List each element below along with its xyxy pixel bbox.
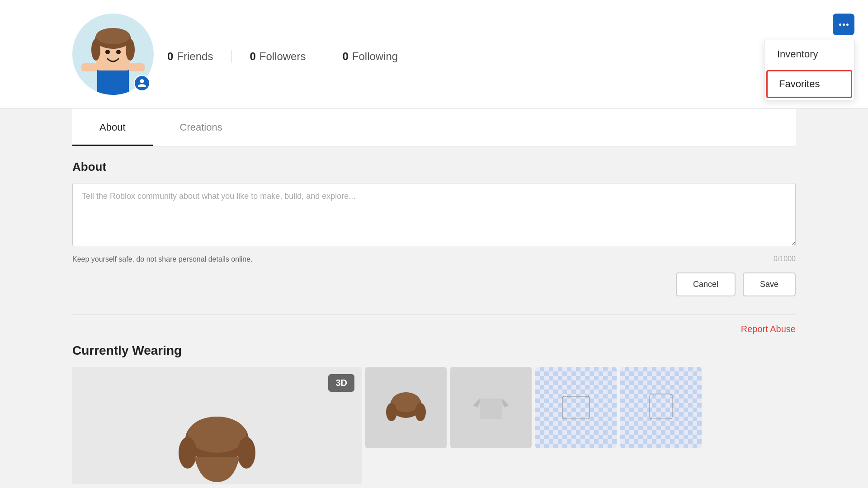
stat-divider-2: [324, 50, 324, 63]
report-abuse-link[interactable]: Report Abuse: [741, 324, 796, 334]
report-abuse-row: Report Abuse: [72, 324, 796, 334]
stat-divider-1: [231, 50, 231, 63]
dropdown-inventory[interactable]: Inventory: [764, 40, 854, 68]
svg-point-7: [126, 39, 135, 61]
following-label: Following: [352, 50, 398, 63]
wearing-item-1[interactable]: [365, 367, 447, 448]
svg-point-14: [179, 437, 197, 469]
dot-3: [846, 23, 849, 26]
person-icon: [137, 78, 147, 88]
friends-stat: 0 Friends: [167, 50, 213, 63]
svg-rect-22: [650, 394, 672, 419]
profile-header: 0 Friends 0 Followers 0 Following Invent…: [0, 0, 868, 109]
svg-point-13: [188, 417, 246, 453]
svg-rect-21: [562, 396, 590, 419]
pants-item-icon: [638, 389, 684, 426]
tabs-bar: About Creations: [72, 109, 796, 146]
char-count: 0/1000: [774, 255, 796, 263]
svg-point-3: [116, 50, 121, 54]
about-section: About Keep yourself safe, do not share p…: [72, 146, 796, 310]
svg-point-5: [96, 28, 130, 44]
wearing-item-3[interactable]: [535, 367, 617, 448]
about-textarea[interactable]: [72, 183, 796, 246]
svg-point-15: [237, 437, 255, 469]
svg-point-2: [105, 50, 110, 54]
safety-note: Keep yourself safe, do not share persona…: [72, 255, 252, 263]
section-divider: [72, 314, 796, 315]
tab-about[interactable]: About: [72, 109, 153, 146]
currently-wearing-title: Currently Wearing: [72, 343, 796, 358]
avatar-wrapper: [72, 14, 154, 95]
main-content: About Creations About Keep yourself safe…: [0, 109, 868, 484]
svg-rect-20: [480, 399, 502, 419]
svg-point-18: [386, 403, 397, 421]
about-title: About: [72, 160, 796, 174]
followers-count: 0: [250, 50, 255, 63]
wearing-character-preview: [172, 412, 262, 484]
dropdown-favorites[interactable]: Favorites: [766, 70, 852, 98]
avatar-badge: [134, 75, 150, 91]
checkered-item-icon: [553, 389, 599, 426]
save-button[interactable]: Save: [743, 272, 796, 296]
wearing-grid: 3D: [72, 367, 796, 484]
friends-label: Friends: [177, 50, 213, 63]
wearing-main-view: 3D: [72, 367, 362, 484]
about-actions: Cancel Save: [72, 272, 796, 296]
following-stat: 0 Following: [342, 50, 398, 63]
dot-2: [843, 23, 845, 26]
3d-badge: 3D: [328, 374, 354, 392]
wearing-item-2[interactable]: [450, 367, 532, 448]
currently-wearing-section: Currently Wearing 3D: [72, 343, 796, 484]
dropdown-menu: Inventory Favorites: [764, 40, 854, 100]
friends-count: 0: [167, 50, 173, 63]
svg-rect-8: [81, 63, 97, 71]
cancel-button[interactable]: Cancel: [676, 272, 736, 296]
hair-item-icon: [383, 389, 429, 426]
more-options-button[interactable]: [833, 14, 854, 35]
shirt-item-icon: [468, 389, 514, 426]
svg-rect-9: [129, 63, 145, 71]
wearing-items-list: [365, 367, 702, 484]
svg-point-6: [91, 39, 100, 61]
followers-label: Followers: [259, 50, 306, 63]
svg-point-19: [415, 403, 426, 421]
following-count: 0: [342, 50, 348, 63]
profile-stats: 0 Friends 0 Followers 0 Following: [167, 50, 398, 63]
tab-creations[interactable]: Creations: [153, 109, 250, 146]
followers-stat: 0 Followers: [250, 50, 306, 63]
dot-1: [839, 23, 841, 26]
wearing-item-4[interactable]: [620, 367, 702, 448]
